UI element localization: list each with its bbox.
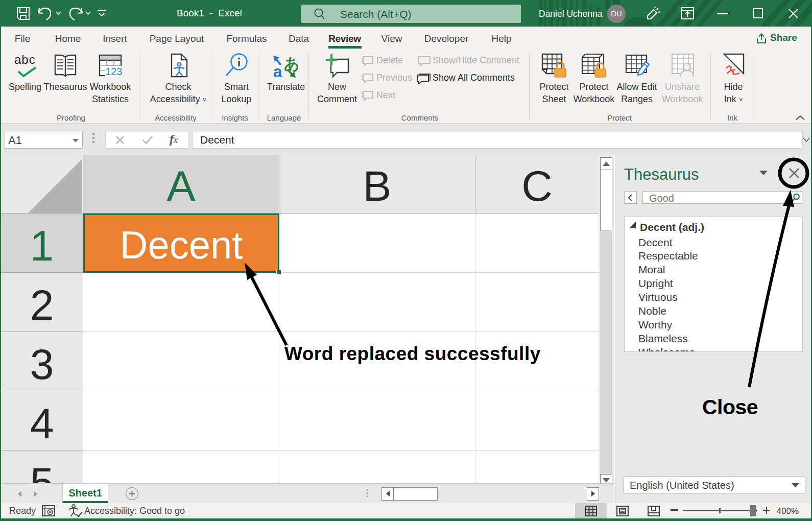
svg-text:あ: あ [284,55,298,73]
svg-text:a: a [273,63,282,78]
svg-text:123: 123 [105,66,122,77]
